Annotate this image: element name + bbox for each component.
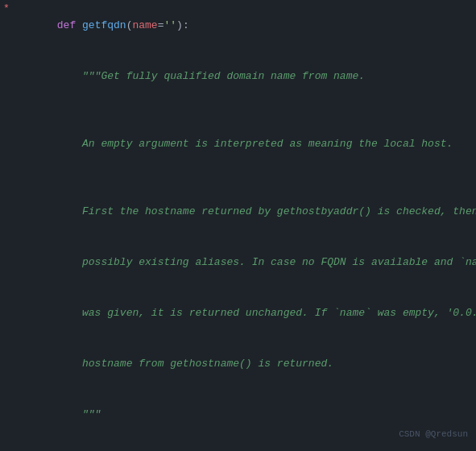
docstring-6: hostname from gethostname() is returned. (57, 358, 333, 370)
docstring-2: An empty argument is interpreted as mean… (57, 138, 453, 150)
func-name: getfqdn (82, 19, 126, 31)
line-content-8: was given, it is returned unchanged. If … (13, 288, 476, 338)
watermark: CSDN @Qredsun (399, 426, 468, 443)
code-line-3 (0, 101, 476, 118)
code-line-5 (0, 169, 476, 186)
param-default: '' (163, 19, 176, 31)
line-content-1: def getfqdn(name=''): (13, 0, 476, 51)
docstring-4: possibly existing aliases. In case no FQ… (57, 256, 476, 268)
code-line-8: was given, it is returned unchanged. If … (0, 288, 476, 338)
code-line-9: hostname from gethostname() is returned. (0, 338, 476, 389)
line-content-7: possibly existing aliases. In case no FQ… (13, 237, 476, 288)
code-editor: * def getfqdn(name=''): """Get fully qua… (0, 0, 476, 451)
code-line-2: """Get fully qualified domain name from … (0, 51, 476, 101)
keyword-def: def (57, 19, 82, 31)
code-line-1: * def getfqdn(name=''): (0, 0, 476, 51)
code-line-6: First the hostname returned by gethostby… (0, 186, 476, 237)
docstring-7: """ (57, 408, 101, 420)
docstring-3: First the hostname returned by gethostby… (57, 205, 476, 217)
line-content-6: First the hostname returned by gethostby… (13, 186, 476, 237)
docstring-1: """Get fully qualified domain name from … (57, 70, 365, 82)
docstring-5: was given, it is returned unchanged. If … (57, 307, 476, 319)
line-content-4: An empty argument is interpreted as mean… (13, 118, 476, 169)
param-name: name (132, 19, 157, 31)
line-content-2: """Get fully qualified domain name from … (13, 51, 476, 101)
code-line-4: An empty argument is interpreted as mean… (0, 118, 476, 169)
line-indicator-1: * (0, 0, 13, 17)
code-line-7: possibly existing aliases. In case no FQ… (0, 237, 476, 288)
line-content-9: hostname from gethostname() is returned. (13, 338, 476, 389)
punct-3: ): (176, 19, 189, 31)
